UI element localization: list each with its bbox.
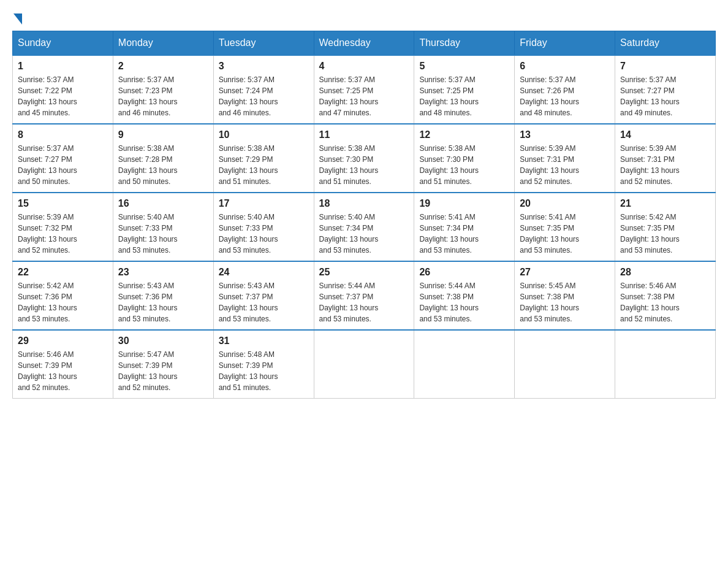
- calendar-cell: 13 Sunrise: 5:39 AM Sunset: 7:31 PM Dayl…: [515, 124, 615, 193]
- calendar-cell: 28 Sunrise: 5:46 AM Sunset: 7:38 PM Dayl…: [615, 261, 716, 330]
- header-monday: Monday: [113, 31, 213, 56]
- day-info: Sunrise: 5:39 AM Sunset: 7:32 PM Dayligh…: [18, 212, 108, 256]
- day-number: 28: [620, 267, 710, 278]
- day-number: 24: [219, 267, 309, 278]
- day-info: Sunrise: 5:41 AM Sunset: 7:35 PM Dayligh…: [520, 212, 610, 256]
- calendar-table: SundayMondayTuesdayWednesdayThursdayFrid…: [12, 31, 716, 399]
- header-saturday: Saturday: [615, 31, 716, 56]
- day-number: 29: [18, 335, 108, 347]
- day-number: 22: [18, 267, 108, 278]
- page-header: [12, 12, 716, 25]
- day-info: Sunrise: 5:48 AM Sunset: 7:39 PM Dayligh…: [219, 349, 309, 393]
- calendar-cell: 2 Sunrise: 5:37 AM Sunset: 7:23 PM Dayli…: [113, 55, 213, 124]
- day-number: 1: [18, 61, 108, 72]
- day-info: Sunrise: 5:47 AM Sunset: 7:39 PM Dayligh…: [118, 349, 208, 393]
- calendar-cell: 25 Sunrise: 5:44 AM Sunset: 7:37 PM Dayl…: [314, 261, 414, 330]
- day-info: Sunrise: 5:38 AM Sunset: 7:28 PM Dayligh…: [118, 143, 208, 187]
- day-number: 21: [620, 198, 710, 209]
- logo-arrow-icon: [13, 13, 22, 25]
- calendar-cell: 6 Sunrise: 5:37 AM Sunset: 7:26 PM Dayli…: [515, 55, 615, 124]
- day-info: Sunrise: 5:38 AM Sunset: 7:29 PM Dayligh…: [219, 143, 309, 187]
- calendar-cell: 4 Sunrise: 5:37 AM Sunset: 7:25 PM Dayli…: [314, 55, 414, 124]
- calendar-cell: 15 Sunrise: 5:39 AM Sunset: 7:32 PM Dayl…: [13, 193, 113, 261]
- calendar-cell: [515, 330, 615, 399]
- day-number: 9: [118, 129, 208, 140]
- calendar-cell: 16 Sunrise: 5:40 AM Sunset: 7:33 PM Dayl…: [113, 193, 213, 261]
- calendar-cell: 3 Sunrise: 5:37 AM Sunset: 7:24 PM Dayli…: [213, 55, 314, 124]
- calendar-cell: 23 Sunrise: 5:43 AM Sunset: 7:36 PM Dayl…: [113, 261, 213, 330]
- day-number: 5: [419, 61, 509, 72]
- calendar-cell: [314, 330, 414, 399]
- day-info: Sunrise: 5:43 AM Sunset: 7:37 PM Dayligh…: [219, 280, 309, 324]
- day-info: Sunrise: 5:46 AM Sunset: 7:39 PM Dayligh…: [18, 349, 108, 393]
- day-info: Sunrise: 5:40 AM Sunset: 7:34 PM Dayligh…: [319, 212, 409, 256]
- calendar-cell: [615, 330, 716, 399]
- calendar-week-1: 1 Sunrise: 5:37 AM Sunset: 7:22 PM Dayli…: [13, 55, 716, 124]
- day-info: Sunrise: 5:37 AM Sunset: 7:27 PM Dayligh…: [18, 143, 108, 187]
- day-number: 16: [118, 198, 208, 209]
- calendar-cell: 10 Sunrise: 5:38 AM Sunset: 7:29 PM Dayl…: [213, 124, 314, 193]
- day-number: 11: [319, 129, 409, 140]
- day-info: Sunrise: 5:40 AM Sunset: 7:33 PM Dayligh…: [118, 212, 208, 256]
- day-number: 31: [219, 335, 309, 347]
- day-number: 7: [620, 61, 710, 72]
- calendar-header-row: SundayMondayTuesdayWednesdayThursdayFrid…: [13, 31, 716, 56]
- header-thursday: Thursday: [414, 31, 515, 56]
- header-tuesday: Tuesday: [213, 31, 314, 56]
- calendar-cell: 20 Sunrise: 5:41 AM Sunset: 7:35 PM Dayl…: [515, 193, 615, 261]
- calendar-cell: 1 Sunrise: 5:37 AM Sunset: 7:22 PM Dayli…: [13, 55, 113, 124]
- day-info: Sunrise: 5:40 AM Sunset: 7:33 PM Dayligh…: [219, 212, 309, 256]
- calendar-cell: 14 Sunrise: 5:39 AM Sunset: 7:31 PM Dayl…: [615, 124, 716, 193]
- calendar-cell: 24 Sunrise: 5:43 AM Sunset: 7:37 PM Dayl…: [213, 261, 314, 330]
- day-info: Sunrise: 5:37 AM Sunset: 7:23 PM Dayligh…: [118, 74, 208, 118]
- day-info: Sunrise: 5:37 AM Sunset: 7:25 PM Dayligh…: [419, 74, 509, 118]
- day-number: 4: [319, 61, 409, 72]
- day-number: 10: [219, 129, 309, 140]
- calendar-cell: 5 Sunrise: 5:37 AM Sunset: 7:25 PM Dayli…: [414, 55, 515, 124]
- calendar-cell: 17 Sunrise: 5:40 AM Sunset: 7:33 PM Dayl…: [213, 193, 314, 261]
- calendar-cell: 18 Sunrise: 5:40 AM Sunset: 7:34 PM Dayl…: [314, 193, 414, 261]
- day-number: 20: [520, 198, 610, 209]
- day-number: 23: [118, 267, 208, 278]
- calendar-cell: 9 Sunrise: 5:38 AM Sunset: 7:28 PM Dayli…: [113, 124, 213, 193]
- calendar-cell: 30 Sunrise: 5:47 AM Sunset: 7:39 PM Dayl…: [113, 330, 213, 399]
- day-info: Sunrise: 5:37 AM Sunset: 7:25 PM Dayligh…: [319, 74, 409, 118]
- calendar-week-3: 15 Sunrise: 5:39 AM Sunset: 7:32 PM Dayl…: [13, 193, 716, 261]
- calendar-cell: [414, 330, 515, 399]
- day-number: 12: [419, 129, 509, 140]
- logo: [12, 12, 22, 25]
- calendar-cell: 31 Sunrise: 5:48 AM Sunset: 7:39 PM Dayl…: [213, 330, 314, 399]
- day-info: Sunrise: 5:37 AM Sunset: 7:22 PM Dayligh…: [18, 74, 108, 118]
- calendar-cell: 12 Sunrise: 5:38 AM Sunset: 7:30 PM Dayl…: [414, 124, 515, 193]
- day-info: Sunrise: 5:44 AM Sunset: 7:37 PM Dayligh…: [319, 280, 409, 324]
- day-number: 14: [620, 129, 710, 140]
- day-info: Sunrise: 5:41 AM Sunset: 7:34 PM Dayligh…: [419, 212, 509, 256]
- day-info: Sunrise: 5:44 AM Sunset: 7:38 PM Dayligh…: [419, 280, 509, 324]
- calendar-week-2: 8 Sunrise: 5:37 AM Sunset: 7:27 PM Dayli…: [13, 124, 716, 193]
- day-number: 3: [219, 61, 309, 72]
- day-number: 6: [520, 61, 610, 72]
- day-info: Sunrise: 5:37 AM Sunset: 7:26 PM Dayligh…: [520, 74, 610, 118]
- header-wednesday: Wednesday: [314, 31, 414, 56]
- day-info: Sunrise: 5:39 AM Sunset: 7:31 PM Dayligh…: [620, 143, 710, 187]
- calendar-cell: 11 Sunrise: 5:38 AM Sunset: 7:30 PM Dayl…: [314, 124, 414, 193]
- day-number: 8: [18, 129, 108, 140]
- day-number: 19: [419, 198, 509, 209]
- day-number: 26: [419, 267, 509, 278]
- calendar-cell: 7 Sunrise: 5:37 AM Sunset: 7:27 PM Dayli…: [615, 55, 716, 124]
- header-friday: Friday: [515, 31, 615, 56]
- day-number: 2: [118, 61, 208, 72]
- calendar-week-5: 29 Sunrise: 5:46 AM Sunset: 7:39 PM Dayl…: [13, 330, 716, 399]
- calendar-cell: 29 Sunrise: 5:46 AM Sunset: 7:39 PM Dayl…: [13, 330, 113, 399]
- day-info: Sunrise: 5:37 AM Sunset: 7:27 PM Dayligh…: [620, 74, 710, 118]
- day-number: 30: [118, 335, 208, 347]
- day-number: 15: [18, 198, 108, 209]
- day-number: 17: [219, 198, 309, 209]
- day-info: Sunrise: 5:42 AM Sunset: 7:36 PM Dayligh…: [18, 280, 108, 324]
- calendar-cell: 19 Sunrise: 5:41 AM Sunset: 7:34 PM Dayl…: [414, 193, 515, 261]
- day-info: Sunrise: 5:38 AM Sunset: 7:30 PM Dayligh…: [419, 143, 509, 187]
- day-number: 18: [319, 198, 409, 209]
- calendar-cell: 21 Sunrise: 5:42 AM Sunset: 7:35 PM Dayl…: [615, 193, 716, 261]
- day-number: 13: [520, 129, 610, 140]
- calendar-cell: 8 Sunrise: 5:37 AM Sunset: 7:27 PM Dayli…: [13, 124, 113, 193]
